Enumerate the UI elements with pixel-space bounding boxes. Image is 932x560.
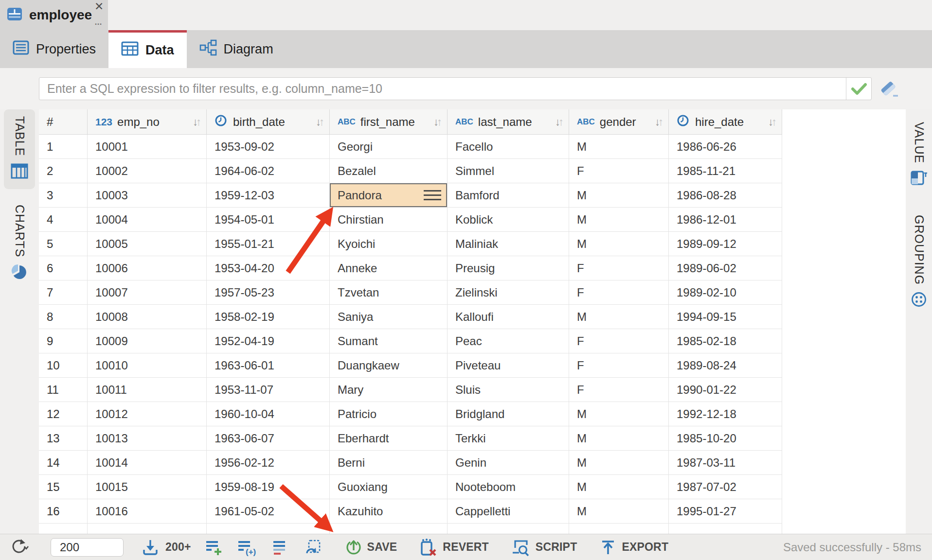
sort-arrows-icon[interactable]: ↓↑ (768, 116, 777, 128)
cell-emp_no[interactable]: 10012 (88, 402, 207, 426)
cell-first_name[interactable]: Mary (330, 378, 448, 402)
cell-hire_date[interactable]: 1985-11-21 (669, 159, 782, 183)
cell-last_name[interactable]: Kalloufi (448, 305, 569, 329)
cell-emp_no[interactable]: 10008 (88, 305, 207, 329)
duplicate-row-button[interactable]: (+) (237, 539, 258, 556)
sort-arrows-icon[interactable]: ↓↑ (555, 116, 564, 128)
cell-gender[interactable]: F (569, 329, 669, 353)
cell-gender[interactable]: M (569, 402, 669, 426)
fetch-size-input[interactable] (51, 538, 124, 557)
cell-first_name[interactable]: Kazuhito (330, 499, 448, 524)
grid-refresh-button[interactable] (304, 539, 323, 556)
cell-last_name[interactable]: Genin (448, 451, 569, 475)
cell-first_name[interactable]: Chirstian (330, 208, 448, 232)
sidebar-item-charts[interactable]: CHARTS (4, 198, 35, 289)
cell-hire_date[interactable]: 1986-12-01 (669, 208, 782, 232)
column-header-gender[interactable]: ABCgender↓↑ (569, 109, 669, 134)
sort-arrows-icon[interactable]: ↓↑ (193, 116, 201, 128)
save-button[interactable]: SAVE (345, 539, 397, 556)
cell-birth_date[interactable]: 1961-05-02 (207, 499, 330, 524)
cell-emp_no[interactable]: 10004 (88, 208, 207, 232)
cell-emp_no[interactable]: 10011 (88, 378, 207, 402)
refresh-button[interactable] (9, 538, 44, 557)
cell-last_name[interactable]: Terkki (448, 426, 569, 451)
cell-hire_date[interactable]: 1985-10-20 (669, 426, 782, 451)
cell-emp_no[interactable]: 10001 (88, 135, 207, 159)
cell-menu-icon[interactable] (424, 190, 441, 200)
export-button[interactable]: EXPORT (599, 539, 668, 556)
cell-last_name[interactable]: Facello (448, 135, 569, 159)
cell-last_name[interactable]: Preusig (448, 256, 569, 280)
cell-last_name[interactable]: Cappelletti (448, 499, 569, 524)
cell-gender[interactable]: M (569, 426, 669, 451)
cell-emp_no[interactable]: 10005 (88, 232, 207, 256)
document-tab-employee[interactable]: employee ✕ ··· (0, 0, 108, 30)
cell-emp_no[interactable]: 10002 (88, 159, 207, 183)
cell-gender[interactable]: M (569, 232, 669, 256)
cell-gender[interactable]: F (569, 280, 669, 305)
cell-last_name[interactable]: Nooteboom (448, 475, 569, 499)
column-header-birth_date[interactable]: birth_date↓↑ (207, 109, 330, 134)
sidebar-item-grouping[interactable]: GROUPING (906, 208, 932, 317)
tab-properties[interactable]: Properties (0, 30, 108, 68)
cell-first_name[interactable]: Guoxiang (330, 475, 448, 499)
cell-first_name[interactable]: Anneke (330, 256, 448, 280)
cell-hire_date[interactable]: 1995-01-27 (669, 499, 782, 524)
cell-birth_date[interactable]: 1960-10-04 (207, 402, 330, 426)
revert-button[interactable]: REVERT (419, 538, 489, 557)
cell-birth_date[interactable]: 1954-05-01 (207, 208, 330, 232)
cell-hire_date[interactable]: 1986-06-26 (669, 135, 782, 159)
cell-hire_date[interactable]: 1987-07-02 (669, 475, 782, 499)
sql-filter-input[interactable] (39, 78, 846, 100)
cell-first_name[interactable]: Eberhardt (330, 426, 448, 451)
cell-first_name[interactable]: Kyoichi (330, 232, 448, 256)
cell-last_name[interactable]: Piveteau (448, 353, 569, 378)
cell-gender[interactable]: M (569, 499, 669, 524)
more-options-icon[interactable]: ··· (94, 18, 101, 29)
cell-emp_no[interactable]: 10013 (88, 426, 207, 451)
cell-birth_date[interactable]: 1953-11-07 (207, 378, 330, 402)
cell-last_name[interactable]: Maliniak (448, 232, 569, 256)
cell-emp_no[interactable]: 10003 (88, 183, 207, 208)
cell-hire_date[interactable]: 1989-09-12 (669, 232, 782, 256)
delete-row-button[interactable] (272, 539, 290, 556)
cell-gender[interactable]: F (569, 378, 669, 402)
cell-first_name[interactable]: Bezalel (330, 159, 448, 183)
cell-gender[interactable]: M (569, 183, 669, 208)
cell-emp_no[interactable]: 10010 (88, 353, 207, 378)
column-header-first_name[interactable]: ABCfirst_name↓↑ (330, 109, 448, 134)
cell-last_name[interactable]: Bamford (448, 183, 569, 208)
cell-hire_date[interactable]: 1989-08-24 (669, 353, 782, 378)
cell-birth_date[interactable]: 1964-06-02 (207, 159, 330, 183)
cell-gender[interactable]: M (569, 475, 669, 499)
cell-first_name[interactable]: Georgi (330, 135, 448, 159)
cell-hire_date[interactable]: 1994-09-15 (669, 305, 782, 329)
selected-cell[interactable]: Pandora (330, 183, 448, 208)
cell-emp_no[interactable]: 10009 (88, 329, 207, 353)
cell-hire_date[interactable]: 1987-03-11 (669, 451, 782, 475)
cell-emp_no[interactable]: 10016 (88, 499, 207, 524)
cell-emp_no[interactable]: 10014 (88, 451, 207, 475)
apply-filter-button[interactable] (846, 78, 871, 100)
cell-birth_date[interactable]: 1958-02-19 (207, 305, 330, 329)
sidebar-item-value[interactable]: VALUE (906, 115, 932, 195)
cell-hire_date[interactable]: 1989-06-02 (669, 256, 782, 280)
cell-birth_date[interactable]: 1963-06-01 (207, 353, 330, 378)
column-header-hire_date[interactable]: hire_date↓↑ (669, 109, 782, 134)
cell-hire_date[interactable]: 1989-02-10 (669, 280, 782, 305)
cell-first_name[interactable]: Berni (330, 451, 448, 475)
cell-birth_date[interactable]: 1953-04-20 (207, 256, 330, 280)
script-button[interactable]: SCRIPT (511, 538, 577, 557)
sort-arrows-icon[interactable]: ↓↑ (655, 116, 663, 128)
cell-last_name[interactable]: Koblick (448, 208, 569, 232)
cell-birth_date[interactable]: 1957-05-23 (207, 280, 330, 305)
erase-filter-button[interactable] (878, 81, 901, 98)
cell-first_name[interactable]: Duangkaew (330, 353, 448, 378)
tab-data[interactable]: Data (108, 30, 187, 68)
cell-emp_no[interactable]: 10007 (88, 280, 207, 305)
cell-first_name[interactable]: Tzvetan (330, 280, 448, 305)
cell-last_name[interactable]: Simmel (448, 159, 569, 183)
cell-gender[interactable]: F (569, 256, 669, 280)
sort-arrows-icon[interactable]: ↓↑ (433, 116, 442, 128)
cell-first_name[interactable]: Patricio (330, 402, 448, 426)
